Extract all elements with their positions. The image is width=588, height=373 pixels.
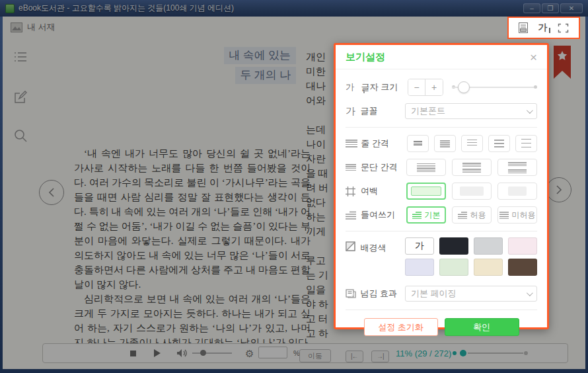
line-spacing-option-5[interactable]: [515, 135, 537, 152]
background-color-swatch[interactable]: [439, 259, 468, 276]
chevron-down-icon: [527, 107, 533, 114]
background-color-label: 배경색: [361, 242, 406, 254]
indent-option-disallow[interactable]: 미허용: [497, 206, 537, 224]
font-family-label: 글꼴: [361, 105, 406, 117]
paragraph-spacing-option-2[interactable]: [452, 159, 492, 176]
background-color-swatch[interactable]: [474, 237, 503, 255]
page-effect-dropdown[interactable]: 기본 페이징: [405, 286, 537, 302]
margin-option-1[interactable]: [406, 183, 446, 200]
page-effect-icon: [346, 289, 361, 298]
indent-label: 들여쓰기: [361, 209, 406, 221]
reset-settings-button[interactable]: 설정 초기화: [364, 318, 438, 336]
panel-title: 보기설정: [346, 51, 385, 63]
margin-icon: [346, 186, 361, 196]
line-spacing-option-3[interactable]: [461, 135, 483, 152]
indent-option-default[interactable]: 기본: [406, 206, 446, 224]
paragraph-spacing-option-1[interactable]: [406, 159, 446, 176]
background-color-swatch[interactable]: 가: [405, 237, 434, 255]
margin-option-2[interactable]: [452, 183, 492, 200]
view-settings-panel: 보기설정 × 가 글자 크기 − +: [334, 43, 549, 329]
viewer-page-icon[interactable]: [519, 22, 528, 33]
font-family-icon: 가: [346, 105, 361, 118]
background-color-icon: [346, 241, 361, 251]
line-spacing-option-1[interactable]: [407, 135, 429, 152]
indent-icon: [346, 211, 361, 220]
line-spacing-option-2[interactable]: [434, 135, 456, 152]
font-size-decrease-button[interactable]: −: [408, 79, 425, 95]
font-family-value: 기본폰트: [411, 105, 445, 117]
view-toolbar-highlight: 가: [507, 17, 580, 39]
paragraph-spacing-label: 문단 간격: [361, 161, 406, 173]
confirm-button[interactable]: 확인: [445, 318, 519, 336]
paragraph-spacing-icon: [346, 164, 361, 171]
page-effect-value: 기본 페이징: [411, 288, 457, 300]
paragraph-spacing-option-3[interactable]: [497, 159, 537, 176]
ebook-reader-window: eBook도서관 - 고요할수록 밝아지는 것들(100쇄 기념 에디션) – …: [0, 0, 588, 373]
line-spacing-label: 줄 간격: [361, 138, 407, 149]
font-size-stepper: − +: [408, 79, 443, 96]
margin-option-3[interactable]: [497, 183, 537, 200]
font-family-dropdown[interactable]: 기본폰트: [405, 103, 537, 119]
font-size-icon: 가: [346, 81, 361, 93]
background-color-swatch[interactable]: [474, 259, 503, 276]
background-color-swatches: 가: [405, 237, 537, 276]
font-size-increase-button[interactable]: +: [425, 79, 443, 95]
background-color-swatch[interactable]: [508, 237, 537, 255]
background-color-swatch[interactable]: [508, 259, 537, 276]
view-settings-font-icon[interactable]: 가: [538, 22, 548, 34]
background-color-swatch[interactable]: [439, 237, 468, 255]
font-size-label: 글자 크기: [361, 81, 408, 93]
indent-option-allow[interactable]: 허용: [452, 206, 492, 224]
line-spacing-option-4[interactable]: [488, 135, 510, 152]
background-color-swatch[interactable]: [405, 259, 434, 276]
margin-label: 여백: [361, 185, 406, 197]
panel-close-icon[interactable]: ×: [530, 53, 537, 62]
line-spacing-icon: [346, 140, 361, 148]
fullscreen-icon[interactable]: [558, 23, 569, 33]
chevron-down-icon: [527, 290, 533, 296]
font-size-slider-knob[interactable]: [458, 81, 470, 93]
font-size-slider[interactable]: [452, 81, 537, 93]
page-effect-label: 넘김 효과: [361, 288, 406, 300]
